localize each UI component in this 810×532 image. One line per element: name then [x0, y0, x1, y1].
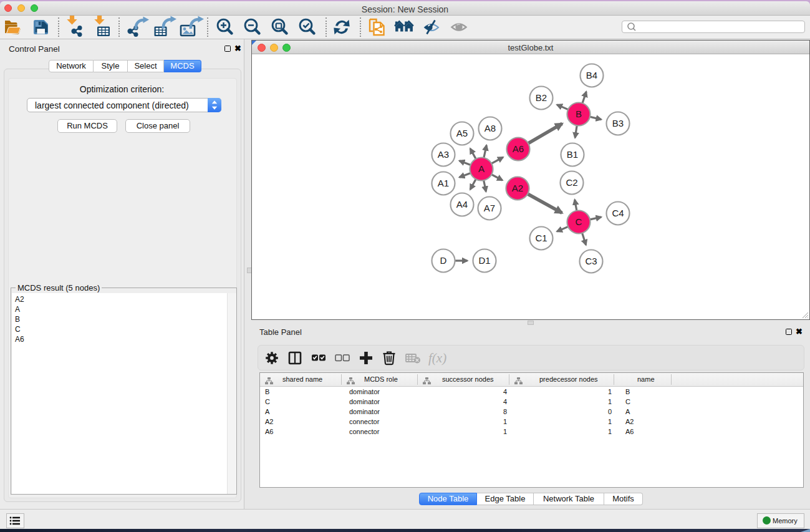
svg-text:B: B: [576, 109, 582, 119]
svg-text:B4: B4: [586, 70, 597, 80]
svg-text:A4: A4: [456, 199, 468, 210]
svg-text:D1: D1: [478, 255, 490, 266]
svg-text:C2: C2: [566, 177, 577, 188]
svg-text:A: A: [478, 163, 485, 174]
svg-text:D: D: [440, 255, 447, 266]
svg-text:C1: C1: [535, 233, 547, 243]
svg-text:A7: A7: [484, 203, 495, 213]
svg-text:A3: A3: [438, 149, 449, 160]
svg-text:C4: C4: [612, 208, 624, 218]
svg-text:A1: A1: [438, 178, 449, 188]
svg-text:A8: A8: [485, 123, 496, 133]
svg-text:B3: B3: [612, 118, 624, 128]
svg-text:C3: C3: [585, 256, 597, 266]
svg-text:f(x): f(x): [428, 351, 446, 365]
svg-text:B1: B1: [567, 149, 578, 160]
svg-text:B2: B2: [536, 92, 547, 103]
svg-text:A6: A6: [513, 143, 524, 154]
svg-text:C: C: [576, 216, 582, 227]
svg-text:A2: A2: [512, 183, 523, 193]
svg-text:A5: A5: [456, 128, 468, 138]
